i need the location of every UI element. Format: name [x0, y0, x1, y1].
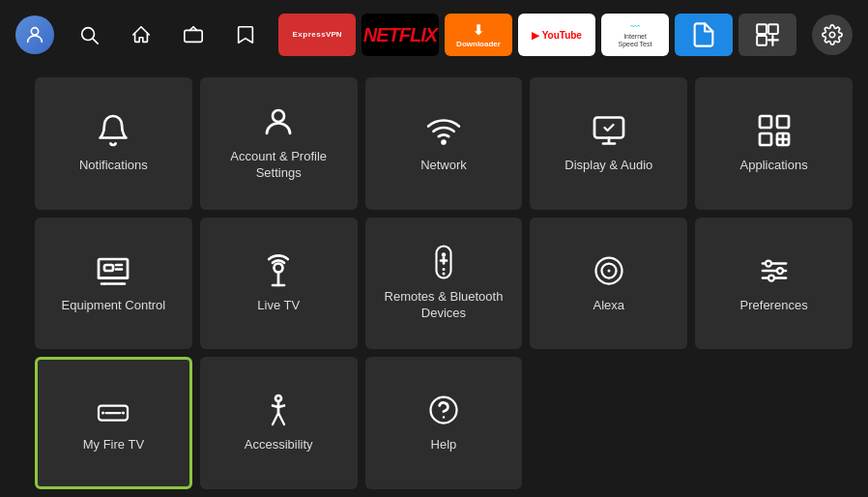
remote-icon: [430, 245, 457, 279]
grid-item-notifications[interactable]: Notifications: [35, 77, 192, 210]
grid-item-accessibility[interactable]: Accessibility: [200, 357, 358, 489]
equipment-label: Equipment Control: [62, 298, 166, 314]
grid-item-help[interactable]: Help: [365, 357, 523, 489]
person-icon: [261, 104, 296, 139]
svg-point-41: [101, 412, 104, 415]
alexa-icon: [592, 253, 626, 288]
grid-item-livetv[interactable]: Live TV: [200, 218, 358, 350]
svg-rect-4: [757, 24, 767, 34]
app-netflix[interactable]: NETFLIX: [362, 14, 439, 56]
app-files[interactable]: [675, 14, 733, 56]
account-label: Account & Profile Settings: [208, 149, 350, 182]
svg-point-37: [777, 268, 783, 274]
help-icon: [426, 393, 461, 427]
grid-item-alexa[interactable]: Alexa: [530, 218, 687, 350]
notifications-label: Notifications: [79, 158, 148, 174]
svg-point-25: [442, 252, 447, 257]
svg-point-29: [442, 273, 445, 276]
svg-point-45: [443, 417, 445, 419]
nav-left-icons: [15, 15, 263, 54]
svg-rect-6: [757, 36, 767, 45]
apps-icon: [757, 113, 792, 148]
grid-item-equipment[interactable]: Equipment Control: [35, 218, 192, 350]
antenna-icon: [261, 253, 296, 288]
svg-rect-3: [185, 30, 202, 42]
svg-point-36: [766, 260, 771, 266]
remotes-label: Remotes & Bluetooth Devices: [373, 289, 515, 322]
search-icon[interactable]: [72, 17, 106, 52]
wifi-icon: [426, 113, 461, 148]
app-multiview[interactable]: [738, 14, 796, 56]
svg-rect-18: [104, 265, 113, 271]
svg-point-42: [122, 412, 125, 415]
app-speedtest[interactable]: 〰 InternetSpeed Test: [601, 14, 669, 56]
svg-point-8: [273, 110, 284, 122]
svg-point-7: [829, 32, 835, 38]
grid-item-myfiretv[interactable]: My Fire TV: [35, 357, 192, 489]
applications-label: Applications: [740, 158, 808, 174]
grid-item-preferences[interactable]: Preferences: [695, 218, 853, 350]
grid-empty-1: [530, 357, 687, 489]
grid-empty-2: [695, 357, 853, 489]
grid-item-applications[interactable]: Applications: [695, 77, 853, 210]
grid-item-remotes[interactable]: Remotes & Bluetooth Devices: [365, 218, 523, 350]
tv-icon[interactable]: [176, 17, 211, 52]
svg-line-2: [93, 39, 98, 44]
svg-rect-11: [760, 116, 771, 128]
svg-point-0: [31, 28, 38, 35]
nav-right: [812, 15, 853, 55]
grid-item-account[interactable]: Account & Profile Settings: [200, 77, 358, 210]
nav-bar: Express VPN NETFLIX ⬇ Downloader ▶ YouTu…: [0, 0, 868, 70]
svg-point-28: [442, 268, 445, 271]
livetv-label: Live TV: [257, 298, 300, 314]
svg-point-21: [275, 263, 283, 272]
svg-rect-13: [760, 133, 771, 145]
home-icon[interactable]: [124, 17, 159, 52]
firetv-icon: [96, 393, 130, 427]
accessibility-label: Accessibility: [245, 437, 313, 453]
user-avatar[interactable]: [15, 15, 54, 54]
svg-point-9: [442, 140, 445, 143]
svg-rect-5: [768, 24, 778, 34]
monitor-icon: [96, 253, 130, 288]
grid-item-network[interactable]: Network: [365, 77, 523, 210]
app-expressvpn[interactable]: Express VPN: [278, 14, 356, 56]
grid-item-display-audio[interactable]: Display & Audio: [530, 77, 687, 210]
preferences-label: Preferences: [740, 298, 808, 314]
bookmark-icon[interactable]: [228, 17, 263, 52]
display-icon: [592, 113, 626, 148]
alexa-label: Alexa: [593, 298, 625, 314]
display-audio-label: Display & Audio: [564, 158, 652, 174]
settings-grid: Notifications Account & Profile Settings…: [0, 70, 868, 497]
svg-point-38: [768, 275, 774, 280]
app-youtube[interactable]: ▶ YouTube: [518, 14, 595, 56]
svg-point-32: [607, 269, 610, 272]
accessibility-icon: [261, 393, 296, 427]
bell-icon: [96, 113, 130, 148]
app-downloader[interactable]: ⬇ Downloader: [445, 14, 512, 56]
settings-button[interactable]: [812, 15, 853, 55]
sliders-icon: [757, 253, 792, 288]
myfiretv-label: My Fire TV: [83, 437, 144, 453]
svg-rect-12: [777, 116, 789, 128]
nav-apps: Express VPN NETFLIX ⬇ Downloader ▶ YouTu…: [271, 14, 804, 56]
network-label: Network: [420, 158, 467, 174]
svg-point-44: [430, 397, 456, 424]
help-label: Help: [431, 437, 457, 453]
